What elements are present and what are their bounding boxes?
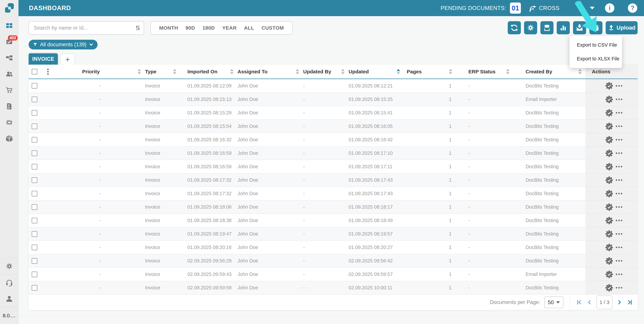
row-actions-menu-icon[interactable] xyxy=(616,287,622,288)
row-actions-menu-icon[interactable] xyxy=(616,246,622,248)
row-checkbox[interactable] xyxy=(32,231,37,237)
sort-arrows[interactable] xyxy=(230,69,234,74)
table-row[interactable]: - Invoice 01.09.2025 08:17:32 John Doe -… xyxy=(28,173,638,187)
row-checkbox[interactable] xyxy=(32,218,37,224)
settings-button[interactable] xyxy=(524,21,537,34)
row-actions-menu-icon[interactable] xyxy=(616,274,622,275)
verified-badge-icon[interactable] xyxy=(605,257,613,265)
row-checkbox[interactable] xyxy=(32,204,37,210)
sort-arrows[interactable] xyxy=(449,69,452,74)
statistics-button[interactable] xyxy=(557,21,570,34)
row-checkbox[interactable] xyxy=(32,83,37,89)
table-row[interactable]: - Invoice 02.09.2025 09:56:29 John Doe -… xyxy=(28,254,638,268)
sidebar-item-profile[interactable] xyxy=(0,291,18,307)
add-tab-button[interactable]: + xyxy=(61,54,74,64)
previous-page-button[interactable] xyxy=(586,299,592,305)
table-row[interactable]: - Invoice 01.09.2025 08:18:38 John Doe -… xyxy=(28,214,638,227)
table-row[interactable]: - Invoice 01.09.2025 08:18:06 John Doe -… xyxy=(28,200,638,214)
sort-arrows[interactable] xyxy=(341,69,344,74)
table-row[interactable]: - Invoice 01.09.2025 08:20:16 John Doe -… xyxy=(28,240,638,254)
export-xlsx-menu-item[interactable]: Export to XLSX File xyxy=(570,52,622,66)
sort-arrows[interactable] xyxy=(296,69,299,74)
row-actions-menu-icon[interactable] xyxy=(616,85,622,87)
column-menu-kebab-icon[interactable] xyxy=(47,69,48,75)
table-row[interactable]: - Invoice 01.09.2025 08:15:13 John Doe -… xyxy=(28,92,638,106)
sidebar-item-integrations[interactable] xyxy=(6,119,13,126)
range-year-button[interactable]: YEAR xyxy=(222,25,236,31)
range-custom-button[interactable]: CUSTOM xyxy=(262,25,284,31)
pending-documents-count[interactable]: 01 xyxy=(510,2,521,14)
table-row[interactable]: - Invoice 02.09.2025 09:59:43 John Doe -… xyxy=(28,268,638,281)
table-row[interactable]: - Invoice 01.09.2025 08:16:32 John Doe -… xyxy=(28,133,638,146)
verified-badge-icon[interactable] xyxy=(605,203,613,211)
select-all-checkbox[interactable] xyxy=(32,69,37,74)
sidebar-item-tasks[interactable]: 403 xyxy=(6,38,13,46)
table-row[interactable]: - Invoice 01.09.2025 08:16:59 John Doe -… xyxy=(28,160,638,173)
row-checkbox[interactable] xyxy=(32,150,37,156)
documents-filter-chip[interactable]: All documents (139) xyxy=(28,40,98,50)
verified-badge-icon[interactable] xyxy=(605,150,613,157)
scan-button[interactable] xyxy=(540,21,554,34)
table-row[interactable]: - Invoice 02.09.2025 09:59:59 John Doe -… xyxy=(28,281,638,294)
table-row[interactable]: - Invoice 01.09.2025 08:15:54 John Doe -… xyxy=(28,120,638,133)
row-checkbox[interactable] xyxy=(32,137,37,143)
verified-badge-icon[interactable] xyxy=(605,122,613,130)
column-header-pages[interactable]: Pages xyxy=(404,64,456,78)
table-row[interactable]: - Invoice 01.09.2025 08:15:29 John Doe -… xyxy=(28,106,638,120)
row-checkbox[interactable] xyxy=(32,244,37,250)
row-actions-menu-icon[interactable] xyxy=(616,260,622,262)
verified-badge-icon[interactable] xyxy=(605,244,613,251)
search-input[interactable] xyxy=(29,25,132,31)
row-checkbox[interactable] xyxy=(32,164,37,170)
export-button[interactable] xyxy=(589,21,602,34)
sort-arrows-active[interactable] xyxy=(397,69,400,74)
tab-invoice[interactable]: INVOICE xyxy=(28,53,58,64)
verified-badge-icon[interactable] xyxy=(605,217,613,224)
row-checkbox[interactable] xyxy=(32,285,37,291)
column-header-updated[interactable]: Updated xyxy=(348,64,404,78)
table-row[interactable]: - Invoice 01.09.2025 08:17:32 John Doe -… xyxy=(28,187,638,200)
row-checkbox[interactable] xyxy=(32,177,37,183)
search-box[interactable] xyxy=(28,21,144,35)
mail-import-button[interactable] xyxy=(573,21,586,34)
info-icon[interactable]: i xyxy=(605,3,614,13)
row-checkbox[interactable] xyxy=(32,96,37,102)
row-actions-menu-icon[interactable] xyxy=(616,152,622,154)
row-actions-menu-icon[interactable] xyxy=(616,193,622,194)
column-header-priority[interactable]: Priority xyxy=(56,64,145,78)
next-page-button[interactable] xyxy=(616,299,622,305)
help-icon[interactable]: ? xyxy=(628,3,637,13)
row-checkbox[interactable] xyxy=(32,124,37,129)
sort-arrows[interactable] xyxy=(138,69,141,74)
verified-badge-icon[interactable] xyxy=(605,163,613,170)
sort-arrows[interactable] xyxy=(578,69,582,74)
sidebar-item-products[interactable] xyxy=(6,135,13,142)
first-page-button[interactable] xyxy=(576,299,582,305)
row-checkbox[interactable] xyxy=(32,272,37,277)
verified-badge-icon[interactable] xyxy=(605,190,613,198)
range-month-button[interactable]: MONTH xyxy=(159,25,178,31)
row-actions-menu-icon[interactable] xyxy=(616,179,622,181)
table-row[interactable]: - Invoice 01.09.2025 08:16:59 John Doe -… xyxy=(28,146,638,160)
sort-arrows[interactable] xyxy=(173,69,176,74)
row-actions-menu-icon[interactable] xyxy=(616,98,622,100)
range-180d-button[interactable]: 180D xyxy=(202,25,215,31)
column-header-imported-on[interactable]: Imported On xyxy=(180,64,237,78)
verified-badge-icon[interactable] xyxy=(605,136,613,144)
row-actions-menu-icon[interactable] xyxy=(616,112,622,114)
column-header-assigned-to[interactable]: Assigned To xyxy=(237,64,303,78)
verified-badge-icon[interactable] xyxy=(605,230,613,238)
sidebar-item-support[interactable] xyxy=(0,274,18,291)
per-page-select[interactable]: 50 xyxy=(544,296,564,308)
verified-badge-icon[interactable] xyxy=(605,109,613,117)
app-logo[interactable] xyxy=(0,0,18,16)
table-row[interactable]: - Invoice 01.09.2025 08:12:09 John Doe -… xyxy=(28,79,638,92)
row-actions-menu-icon[interactable] xyxy=(616,206,622,208)
row-checkbox[interactable] xyxy=(32,110,37,116)
column-header-type[interactable]: Type xyxy=(145,64,180,78)
last-page-button[interactable] xyxy=(626,299,632,305)
search-filter-button[interactable] xyxy=(132,24,144,31)
sidebar-item-settings[interactable] xyxy=(0,258,18,274)
column-header-updated-by[interactable]: Updated By xyxy=(303,64,348,78)
sidebar-item-orders[interactable] xyxy=(6,86,13,94)
